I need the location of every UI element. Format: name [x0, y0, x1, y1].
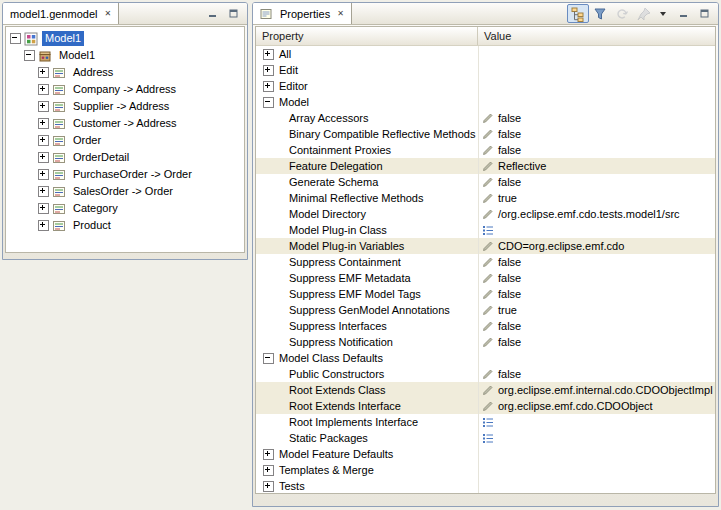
property-row[interactable]: Root Extends Interfaceorg.eclipse.emf.cd…: [256, 398, 715, 414]
expand-icon[interactable]: [38, 152, 49, 163]
expand-icon[interactable]: [263, 481, 274, 492]
property-value-cell: Reflective: [478, 158, 715, 174]
property-name-cell: Suppress Containment: [256, 254, 478, 270]
property-row[interactable]: Model Directory/org.eclipse.emf.cdo.test…: [256, 206, 715, 222]
expand-icon[interactable]: [38, 169, 49, 180]
property-value-cell: [478, 222, 715, 238]
property-row[interactable]: Model Class Defaults: [256, 350, 715, 366]
properties-table-body: AllEditEditorModelArray AccessorsfalseBi…: [256, 46, 715, 493]
expand-icon[interactable]: [263, 49, 274, 60]
tree-item[interactable]: OrderDetail: [6, 149, 244, 166]
tree-item[interactable]: Customer -> Address: [6, 115, 244, 132]
property-label: All: [279, 48, 291, 60]
tree-item[interactable]: PurchaseOrder -> Order: [6, 166, 244, 183]
property-row[interactable]: Model Plug-in VariablesCDO=org.eclipse.e…: [256, 238, 715, 254]
property-label: Suppress Containment: [289, 256, 401, 268]
tree-item[interactable]: Supplier -> Address: [6, 98, 244, 115]
property-name-cell: Minimal Reflective Methods: [256, 190, 478, 206]
tree-item[interactable]: Address: [6, 64, 244, 81]
expand-icon[interactable]: [38, 67, 49, 78]
property-row[interactable]: Containment Proxiesfalse: [256, 142, 715, 158]
tree-item-label: SalesOrder -> Order: [70, 184, 176, 199]
expand-icon[interactable]: [263, 449, 274, 460]
show-advanced-properties-icon[interactable]: [589, 4, 611, 23]
tree-item-label: Model1: [42, 31, 84, 46]
property-label: Suppress Interfaces: [289, 320, 387, 332]
expand-icon[interactable]: [38, 220, 49, 231]
expand-icon[interactable]: [38, 84, 49, 95]
property-value: false: [498, 128, 521, 140]
expand-icon[interactable]: [38, 118, 49, 129]
close-icon[interactable]: ✕: [337, 10, 344, 18]
collapse-icon[interactable]: [10, 33, 21, 44]
property-row[interactable]: Edit: [256, 62, 715, 78]
property-row[interactable]: Templates & Merge: [256, 462, 715, 478]
close-icon[interactable]: ✕: [104, 10, 111, 18]
property-name-cell: Model: [256, 94, 478, 110]
tree-item[interactable]: Model1: [6, 47, 244, 64]
property-row[interactable]: Suppress EMF Model Tagsfalse: [256, 286, 715, 302]
property-row[interactable]: Binary Compatible Reflective Methodsfals…: [256, 126, 715, 142]
property-row[interactable]: Public Constructorsfalse: [256, 366, 715, 382]
property-row[interactable]: Feature DelegationReflective: [256, 158, 715, 174]
collapse-icon[interactable]: [263, 353, 274, 364]
property-row[interactable]: Model Plug-in Class: [256, 222, 715, 238]
property-row[interactable]: All: [256, 46, 715, 62]
maximize-icon[interactable]: [695, 6, 713, 22]
collapse-icon[interactable]: [263, 97, 274, 108]
property-row[interactable]: Suppress EMF Metadatafalse: [256, 270, 715, 286]
property-row[interactable]: Model Feature Defaults: [256, 446, 715, 462]
property-name-cell: Root Implements Interface: [256, 414, 478, 430]
expand-icon[interactable]: [38, 203, 49, 214]
property-row[interactable]: Model: [256, 94, 715, 110]
property-value-cell: org.eclipse.emf.cdo.CDOObject: [478, 398, 715, 414]
property-name-cell: Model Directory: [256, 206, 478, 222]
property-name-cell: Static Packages: [256, 430, 478, 446]
tree-item[interactable]: Model1: [6, 30, 244, 47]
tree-item[interactable]: SalesOrder -> Order: [6, 183, 244, 200]
property-value-cell: [478, 350, 715, 366]
expand-icon[interactable]: [263, 81, 274, 92]
property-row[interactable]: Tests: [256, 478, 715, 493]
view-menu-icon[interactable]: [660, 12, 666, 16]
tab-properties[interactable]: Properties ✕: [253, 3, 352, 24]
editable-value-icon: [482, 192, 494, 204]
property-label: Tests: [279, 480, 305, 492]
property-name-cell: Containment Proxies: [256, 142, 478, 158]
property-row[interactable]: Generate Schemafalse: [256, 174, 715, 190]
expand-icon[interactable]: [38, 101, 49, 112]
property-row[interactable]: Static Packages: [256, 430, 715, 446]
tree-item[interactable]: Product: [6, 217, 244, 234]
tree-item[interactable]: Company -> Address: [6, 81, 244, 98]
property-value-cell: [478, 414, 715, 430]
tree-item-label: OrderDetail: [70, 150, 132, 165]
property-row[interactable]: Root Extends Classorg.eclipse.emf.intern…: [256, 382, 715, 398]
editor-tab-label: model1.genmodel: [10, 8, 97, 20]
property-row[interactable]: Suppress GenModel Annotationstrue: [256, 302, 715, 318]
property-row[interactable]: Minimal Reflective Methodstrue: [256, 190, 715, 206]
maximize-icon[interactable]: [224, 6, 242, 22]
expand-icon[interactable]: [263, 65, 274, 76]
tab-model1-genmodel[interactable]: model1.genmodel ✕: [3, 3, 119, 24]
expand-icon[interactable]: [38, 135, 49, 146]
property-name-cell: Tests: [256, 478, 478, 493]
property-row[interactable]: Root Implements Interface: [256, 414, 715, 430]
property-row[interactable]: Suppress Interfacesfalse: [256, 318, 715, 334]
expand-icon[interactable]: [38, 186, 49, 197]
property-row[interactable]: Editor: [256, 78, 715, 94]
column-header-property: Property: [256, 27, 478, 45]
properties-view-icon: [260, 8, 272, 20]
show-categories-icon[interactable]: [567, 4, 589, 23]
property-value-cell: false: [478, 270, 715, 286]
tree-item[interactable]: Category: [6, 200, 244, 217]
minimize-icon[interactable]: [674, 6, 692, 22]
collapse-icon[interactable]: [24, 50, 35, 61]
restore-default-value-icon: [611, 4, 633, 23]
property-row[interactable]: Array Accessorsfalse: [256, 110, 715, 126]
property-row[interactable]: Suppress Notificationfalse: [256, 334, 715, 350]
expand-icon[interactable]: [263, 465, 274, 476]
tree-item[interactable]: Order: [6, 132, 244, 149]
property-value: Reflective: [498, 160, 546, 172]
minimize-icon[interactable]: [203, 6, 221, 22]
property-row[interactable]: Suppress Containmentfalse: [256, 254, 715, 270]
